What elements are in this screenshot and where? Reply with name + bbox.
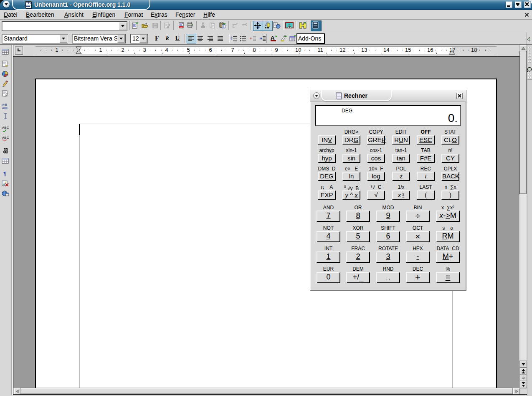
svg-text:¶: ¶ (3, 170, 6, 177)
svg-text:ABC: ABC (2, 107, 8, 109)
svg-text:A: A (271, 35, 275, 41)
svg-text:ABC: ABC (2, 136, 9, 140)
svg-text:2.: 2. (231, 38, 233, 41)
svg-text:A: A (2, 103, 4, 106)
svg-text:ABC: ABC (2, 126, 9, 129)
